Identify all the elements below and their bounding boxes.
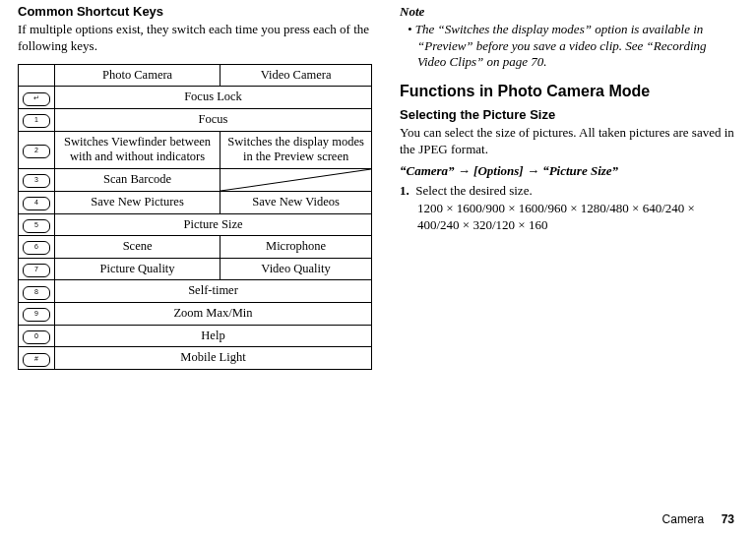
shortcut-intro: If multiple options exist, they switch e…	[18, 22, 372, 54]
step-1: 1. Select the desired size.	[400, 183, 734, 199]
cell: Microphone	[220, 236, 372, 259]
cell: Help	[55, 325, 372, 347]
table-row: 8 Self-timer	[19, 280, 372, 303]
key-4-icon: 4	[23, 197, 50, 210]
cell: Mobile Light	[55, 347, 372, 370]
table-row: # Mobile Light	[19, 347, 372, 370]
step-1-sizes: 1200 × 1600/900 × 1600/960 × 1280/480 × …	[417, 201, 734, 233]
cell: Focus Lock	[55, 87, 372, 109]
cell: Self-timer	[55, 280, 372, 303]
key-6-icon: 6	[23, 241, 50, 255]
table-header-row: Photo Camera Video Camera	[19, 64, 372, 87]
key-7-icon: 7	[23, 264, 50, 277]
key-5-icon: 5	[23, 219, 50, 233]
table-row: 7 Picture Quality Video Quality	[19, 258, 372, 280]
cell: Picture Quality	[55, 258, 220, 280]
table-row: 3 Scan Barcode	[19, 168, 372, 191]
key-1-icon: 1	[23, 114, 50, 128]
page-footer: Camera 73	[662, 512, 734, 527]
cell: Video Quality	[220, 258, 372, 280]
key-8-icon: 8	[23, 286, 50, 300]
table-row: 4 Save New Pictures Save New Videos	[19, 191, 372, 213]
selecting-heading: Selecting the Picture Size	[400, 107, 734, 123]
table-row: 9 Zoom Max/Min	[19, 303, 372, 326]
functions-heading: Functions in Photo Camera Mode	[400, 82, 734, 101]
shortcut-heading: Common Shortcut Keys	[18, 4, 372, 20]
menu-path: “Camera” → [Options] → “Picture Size”	[400, 163, 734, 179]
cell: Save New Pictures	[55, 191, 220, 213]
right-column: Note The “Switches the display modes” op…	[400, 4, 734, 370]
table-row: 5 Picture Size	[19, 213, 372, 236]
cell: Scan Barcode	[55, 168, 220, 191]
cell: Focus	[55, 109, 372, 132]
footer-section: Camera	[662, 512, 705, 526]
shortcut-table: Photo Camera Video Camera ↵ Focus Lock 1…	[18, 64, 372, 370]
table-row: 6 Scene Microphone	[19, 236, 372, 259]
key-2-icon: 2	[23, 145, 50, 158]
left-column: Common Shortcut Keys If multiple options…	[18, 4, 372, 370]
cell: Switches Viewfinder between with and wit…	[55, 131, 220, 168]
col-photo: Photo Camera	[55, 64, 220, 87]
svg-line-0	[220, 169, 371, 191]
cell-diagonal	[220, 168, 372, 191]
col-video: Video Camera	[220, 64, 372, 87]
table-row: ↵ Focus Lock	[19, 87, 372, 109]
cell: Save New Videos	[220, 191, 372, 213]
cell: Scene	[55, 236, 220, 259]
selecting-body: You can select the size of pictures. All…	[400, 125, 734, 157]
cell: Zoom Max/Min	[55, 303, 372, 326]
table-row: 0 Help	[19, 325, 372, 347]
cell: Switches the display modes in the Previe…	[220, 131, 372, 168]
key-0-icon: 0	[23, 330, 50, 344]
key-hash-icon: #	[23, 353, 50, 367]
table-row: 1 Focus	[19, 109, 372, 132]
note-heading: Note	[400, 4, 734, 20]
note-body: The “Switches the display modes” option …	[400, 22, 734, 70]
cell: Picture Size	[55, 213, 372, 236]
key-3-icon: 3	[23, 174, 50, 188]
key-9-icon: 9	[23, 308, 50, 322]
table-row: 2 Switches Viewfinder between with and w…	[19, 131, 372, 168]
footer-page-number: 73	[722, 512, 734, 526]
key-enter-icon: ↵	[23, 92, 50, 106]
